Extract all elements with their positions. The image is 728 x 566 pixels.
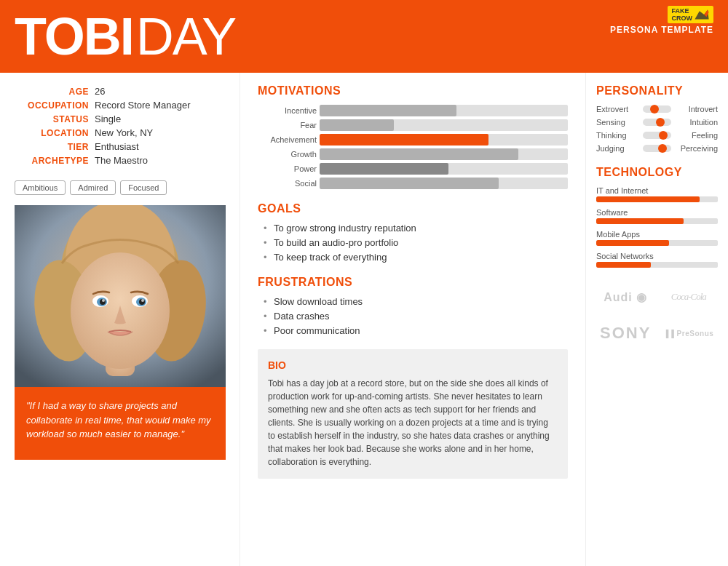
motivation-bar-row: Acheivement [258,134,568,146]
trait-track [643,119,671,126]
motivation-bar-row: Growth [258,148,568,160]
profile-photo [15,205,226,387]
bar-label: Fear [258,121,320,129]
tag-admired: Admired [70,180,116,195]
tech-row: Social Networks [596,252,718,268]
trait-left-label: Sensing [596,118,640,127]
trait-dot [650,105,659,113]
archetype-value: The Maestro [95,155,148,166]
bar-track [320,163,568,175]
face-svg [15,205,226,387]
motivation-bar-row: Social [258,178,568,189]
trait-right-label: Introvert [674,105,718,113]
trait-track [643,145,671,152]
brand-audi: Audi ◉ [596,281,655,313]
frustrations-section: FRUSTRATIONS Slow download times Data cr… [258,276,568,336]
trait-right-label: Perceiving [674,144,718,153]
frustrations-list: Slow download times Data crashes Poor co… [258,296,568,336]
motivation-bar-row: Power [258,163,568,175]
occupation-row: OCCUPATION Record Store Manager [16,100,223,111]
bar-label: Acheivement [258,135,320,144]
header-badge: FAKECROW PERSONA TEMPLATE [610,6,713,35]
goals-section: GOALS To grow strong industry reputation… [258,202,568,263]
bar-fill [320,178,499,189]
technology-section: TECHNOLOGY IT and InternetSoftwareMobile… [596,166,718,268]
tag-ambitious: Ambitious [15,180,66,195]
motivations-title: MOTIVATIONS [258,84,568,97]
tags-row: Ambitious Admired Focused [15,180,225,195]
bar-fill [320,119,394,131]
tech-bar-track [596,196,718,202]
archetype-label: ARCHETYPE [16,156,89,166]
brands-grid: Audi ◉ Coca-Cola SONY ▐▐ PreSonus [596,281,718,349]
trait-left-label: Extrovert [596,105,640,113]
tech-label: Software [596,208,718,217]
photo-placeholder [15,205,226,387]
goals-title: GOALS [258,202,568,215]
bio-text: Tobi has a day job at a record store, bu… [268,377,558,469]
header: TOBI DAY FAKECROW PERSONA TEMPLATE [0,0,728,73]
brand-sony: SONY [596,317,655,349]
trait-row: ExtrovertIntrovert [596,105,718,113]
goals-list: To grow strong industry reputation To bu… [258,223,568,263]
motivations-section: MOTIVATIONS IncentiveFearAcheivementGrow… [258,84,568,189]
personality-section: PERSONALITY ExtrovertIntrovertSensingInt… [596,84,718,153]
trait-left-label: Judging [596,144,640,153]
personality-title: PERSONALITY [596,84,718,97]
frustrations-title: FRUSTRATIONS [258,276,568,289]
tech-bar-fill [596,196,700,202]
trait-left-label: Thinking [596,131,640,140]
occupation-value: Record Store Manager [95,100,191,111]
bar-label: Social [258,179,320,188]
bar-track [320,134,568,146]
trait-track [643,105,671,113]
right-column: PERSONALITY ExtrovertIntrovertSensingInt… [586,73,728,566]
persona-label: PERSONA TEMPLATE [610,25,713,35]
trait-dot [659,131,668,140]
bar-label: Incentive [258,106,320,115]
brand-coca-cola: Coca-Cola [660,281,719,313]
svg-point-15 [102,299,105,302]
tech-row: IT and Internet [596,186,718,202]
list-item: Data crashes [264,311,568,322]
tech-bar-track [596,240,718,246]
list-item: Slow download times [264,296,568,307]
fake-crow-label: FAKECROW [672,7,693,22]
crow-icon [695,9,709,20]
list-item: To keep track of everything [264,252,568,263]
tech-label: Mobile Apps [596,230,718,239]
trait-dot [658,144,667,153]
tier-label: TIER [16,142,89,152]
tech-label: Social Networks [596,252,718,260]
left-column: AGE 26 OCCUPATION Record Store Manager S… [0,73,240,566]
tech-row: Software [596,208,718,224]
bar-label: Power [258,164,320,173]
tech-bar-fill [596,262,651,268]
list-item: Poor communication [264,325,568,336]
trait-right-label: Intuition [674,118,718,127]
quote-text: "If I had a way to share projects and co… [26,399,214,442]
bar-fill [320,163,448,175]
motivation-bar-row: Fear [258,119,568,131]
bar-track [320,178,568,189]
tech-row: Mobile Apps [596,230,718,246]
tech-label: IT and Internet [596,186,718,195]
bar-fill [320,134,488,146]
bar-fill [320,148,518,160]
age-label: AGE [16,87,89,97]
status-row: STATUS Single [16,113,223,124]
motivations-bars: IncentiveFearAcheivementGrowthPowerSocia… [258,105,568,189]
first-name: TOBI [15,10,133,63]
tier-value: Enthusiast [95,141,139,152]
bar-track [320,119,568,131]
tech-bar-fill [596,218,684,224]
tier-row: TIER Enthusiast [16,141,223,152]
location-label: LOCATION [16,128,89,138]
occupation-label: OCCUPATION [16,100,89,111]
tech-bar-fill [596,240,669,246]
archetype-row: ARCHETYPE The Maestro [16,155,223,166]
tag-focused: Focused [120,180,167,195]
trait-dot [656,118,665,127]
technology-title: TECHNOLOGY [596,166,718,179]
svg-point-16 [141,299,144,302]
